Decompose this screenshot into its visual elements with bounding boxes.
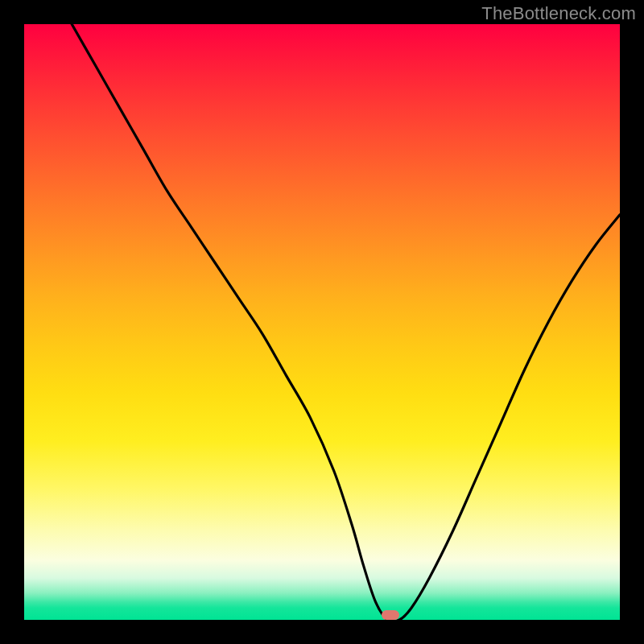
- watermark-text: TheBottleneck.com: [481, 3, 636, 24]
- plot-area: [24, 24, 620, 620]
- bottleneck-curve: [72, 24, 620, 620]
- optimal-marker: [382, 610, 399, 620]
- chart-frame: TheBottleneck.com: [0, 0, 644, 644]
- curve-svg: [24, 24, 620, 620]
